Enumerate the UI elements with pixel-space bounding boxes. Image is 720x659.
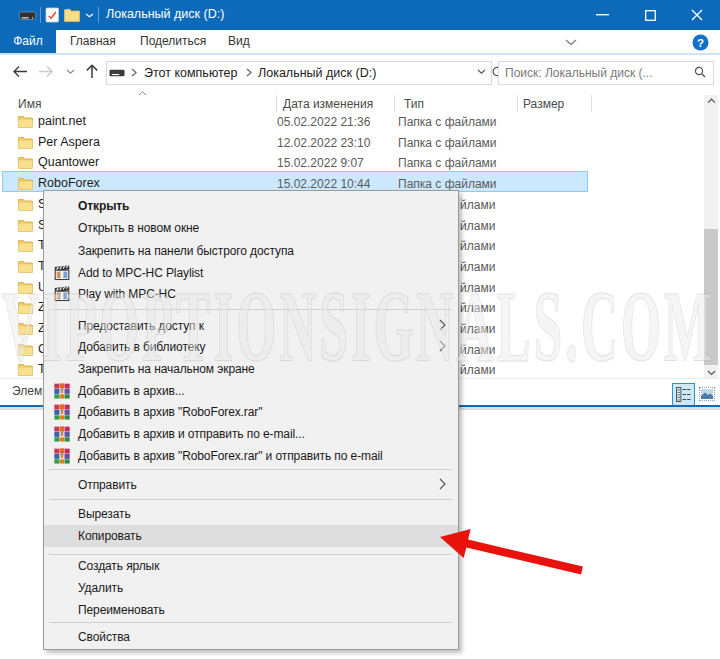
svg-text:?: ? <box>697 37 704 49</box>
